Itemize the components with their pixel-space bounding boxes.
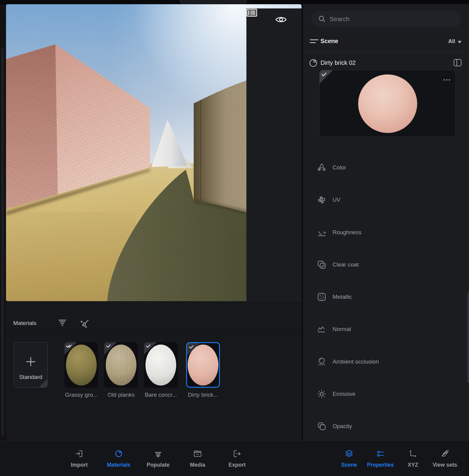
clear-coat-icon bbox=[317, 260, 327, 270]
roughness-icon bbox=[317, 228, 327, 237]
property-row-color[interactable]: Color bbox=[303, 159, 469, 176]
app-window: Materials bbox=[0, 0, 469, 476]
property-row-uv[interactable]: UV bbox=[303, 192, 469, 208]
property-row-normal[interactable]: Normal bbox=[303, 321, 469, 337]
add-icon bbox=[25, 356, 37, 368]
more-options-icon[interactable] bbox=[443, 79, 451, 81]
nav-label: Import bbox=[71, 462, 88, 468]
panel-toggle-icon[interactable] bbox=[246, 8, 302, 301]
materials-title: Materials bbox=[13, 320, 36, 326]
metallic-icon bbox=[317, 292, 327, 302]
checked-corner bbox=[64, 342, 77, 355]
scene-filter-value[interactable]: All bbox=[448, 38, 455, 45]
nav-media[interactable]: Media bbox=[178, 441, 217, 476]
material-preview-card[interactable] bbox=[319, 70, 456, 137]
nav-label: Media bbox=[190, 462, 205, 468]
checked-corner bbox=[187, 343, 200, 356]
property-row-roughness[interactable]: Roughness bbox=[303, 224, 469, 241]
property-label: Emissive bbox=[333, 391, 355, 397]
scene-layers-icon bbox=[345, 449, 354, 458]
left-scrollbar[interactable] bbox=[1, 48, 4, 437]
property-label: Clear coat bbox=[333, 261, 359, 268]
nav-export[interactable]: Export bbox=[217, 441, 257, 476]
nav-view-sets[interactable]: View sets bbox=[425, 441, 464, 476]
property-row-clear-coat[interactable]: Clear coat bbox=[303, 257, 469, 273]
property-label: Roughness bbox=[333, 229, 361, 236]
search-input[interactable] bbox=[330, 15, 455, 23]
list-icon bbox=[310, 39, 319, 45]
material-card-standard[interactable]: Standard bbox=[14, 342, 48, 388]
property-label: Normal bbox=[333, 326, 351, 333]
property-row-emissive[interactable]: Emissive bbox=[303, 386, 469, 402]
properties-sliders-icon bbox=[376, 449, 385, 458]
left-rail bbox=[0, 4, 6, 440]
split-view-icon[interactable] bbox=[453, 59, 462, 67]
material-card-bare-concrete[interactable] bbox=[144, 342, 178, 388]
chevron-down-icon[interactable] bbox=[458, 41, 462, 44]
property-row-opacity[interactable]: Opacity bbox=[303, 418, 469, 434]
nav-label: XYZ bbox=[408, 462, 418, 468]
material-header-row[interactable]: Dirty brick 02 bbox=[303, 55, 469, 71]
material-card-label: Dirty brick... bbox=[182, 392, 224, 398]
bottom-nav: Import Materials Populate bbox=[0, 440, 469, 476]
material-card-old-planks[interactable] bbox=[104, 342, 138, 388]
window-notch bbox=[179, 0, 247, 4]
checked-corner bbox=[144, 342, 157, 355]
property-row-metallic[interactable]: Metallic bbox=[303, 289, 469, 305]
material-card-label: Grassy gro... bbox=[60, 392, 102, 398]
nav-import[interactable]: Import bbox=[60, 441, 99, 476]
search-icon bbox=[318, 15, 326, 23]
material-card-label: Bare concr... bbox=[140, 392, 182, 398]
populate-icon bbox=[154, 449, 163, 458]
search-bar[interactable] bbox=[311, 11, 461, 27]
nav-label: Scene bbox=[341, 462, 357, 468]
properties-panel: Scene All Dirty brick 02 bbox=[303, 4, 469, 440]
material-preview-sphere bbox=[358, 74, 417, 133]
material-card-label: Old planks bbox=[100, 392, 142, 398]
checked-corner bbox=[104, 342, 117, 355]
cleanup-broom-icon[interactable] bbox=[80, 319, 89, 328]
scene-section-title: Scene bbox=[320, 38, 338, 45]
material-card-grassy-ground[interactable] bbox=[64, 342, 98, 388]
nav-label: Populate bbox=[147, 462, 170, 468]
eye-icon[interactable] bbox=[275, 15, 287, 24]
materials-strip-header: Materials bbox=[6, 301, 302, 332]
filter-icon[interactable] bbox=[58, 319, 67, 328]
media-icon bbox=[193, 449, 202, 458]
property-row-ambient-occlusion[interactable]: Ambient occlusion bbox=[303, 354, 469, 370]
material-ball-icon bbox=[308, 58, 318, 68]
scene-header-row[interactable]: Scene All bbox=[303, 33, 469, 50]
normal-icon bbox=[317, 324, 327, 334]
checked-corner bbox=[319, 70, 333, 84]
xyz-axes-icon bbox=[408, 449, 417, 458]
property-label: Color bbox=[333, 164, 346, 171]
material-name: Dirty brick 02 bbox=[320, 59, 356, 66]
uv-icon bbox=[317, 195, 327, 205]
ambient-occlusion-icon bbox=[317, 357, 327, 367]
import-icon bbox=[75, 449, 84, 458]
panel-divider bbox=[303, 52, 469, 53]
property-label: UV bbox=[333, 197, 340, 203]
opacity-icon bbox=[317, 421, 327, 431]
materials-icon bbox=[114, 449, 123, 458]
top-bar bbox=[0, 0, 469, 4]
nav-label: Properties bbox=[367, 462, 394, 468]
thumb-labels: Grassy gro... Old planks Bare concr... D… bbox=[6, 392, 302, 399]
property-label: Ambient occlusion bbox=[333, 358, 379, 365]
color-icon bbox=[317, 163, 327, 172]
panel-scrollbar[interactable] bbox=[467, 292, 469, 383]
nav-label: View sets bbox=[433, 462, 457, 468]
viewport-3d[interactable] bbox=[6, 4, 302, 301]
emissive-icon bbox=[317, 389, 327, 399]
property-label: Metallic bbox=[333, 294, 352, 300]
materials-strip: Materials bbox=[6, 301, 302, 440]
view-sets-icon bbox=[440, 449, 449, 458]
corner-fold bbox=[39, 379, 47, 387]
material-card-dirty-brick-selected[interactable] bbox=[186, 342, 220, 388]
nav-label: Export bbox=[228, 462, 245, 468]
nav-materials[interactable]: Materials bbox=[99, 441, 138, 476]
nav-label: Materials bbox=[107, 462, 130, 468]
export-icon bbox=[233, 449, 242, 458]
strip-divider bbox=[6, 332, 302, 333]
nav-populate[interactable]: Populate bbox=[139, 441, 178, 476]
